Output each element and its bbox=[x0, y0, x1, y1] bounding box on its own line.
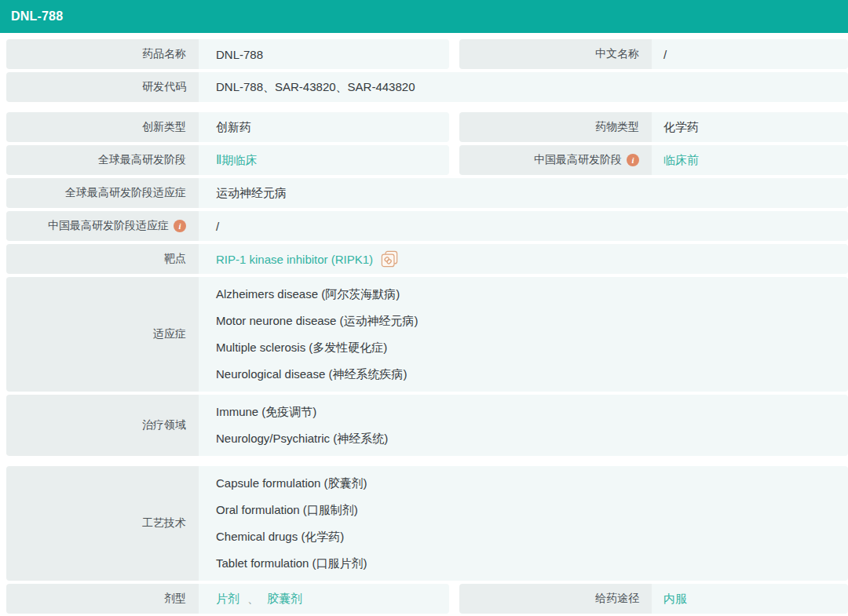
row-indications: 适应症 Alzheimers disease (阿尔茨海默病) Motor ne… bbox=[6, 277, 848, 392]
chinese-name-label: 中文名称 bbox=[459, 39, 652, 69]
dosage-form-value: 片剂 、 胶囊剂 bbox=[199, 584, 449, 614]
row-global-stage-indication: 全球最高研发阶段适应症 运动神经元病 bbox=[6, 178, 848, 208]
target-link[interactable]: RIP-1 kinase inhibitor (RIPK1) bbox=[216, 253, 373, 266]
global-stage-label: 全球最高研发阶段 bbox=[6, 145, 199, 175]
info-icon[interactable]: i bbox=[174, 220, 186, 232]
info-icon[interactable]: i bbox=[627, 154, 639, 166]
process-technology-item: Oral formulation (口服制剂) bbox=[216, 497, 358, 523]
global-stage-link[interactable]: Ⅱ期临床 bbox=[216, 153, 257, 168]
section-formulation: 工艺技术 Capsule formulation (胶囊剂) Oral form… bbox=[6, 466, 848, 614]
route-link[interactable]: 内服 bbox=[663, 592, 687, 607]
row-drug-name: 药品名称 DNL-788 中文名称 / bbox=[6, 39, 848, 69]
drug-name-value: DNL-788 bbox=[199, 39, 449, 69]
global-stage-value: Ⅱ期临床 bbox=[199, 145, 449, 175]
dosage-form-label: 剂型 bbox=[6, 584, 199, 614]
therapeutic-areas-value: Immune (免疫调节) Neurology/Psychiatric (神经系… bbox=[199, 395, 848, 456]
global-stage-indication-value: 运动神经元病 bbox=[199, 178, 848, 208]
global-stage-indication-label: 全球最高研发阶段适应症 bbox=[6, 178, 199, 208]
indication-item: Neurological disease (神经系统疾病) bbox=[216, 361, 407, 388]
page-title: DNL-788 bbox=[11, 9, 63, 24]
section-names: 药品名称 DNL-788 中文名称 / 研发代码 DNL-788、SAR-438… bbox=[6, 39, 848, 102]
row-stages: 全球最高研发阶段 Ⅱ期临床 中国最高研发阶段 i 临床前 bbox=[6, 145, 848, 175]
indication-item: Motor neurone disease (运动神经元病) bbox=[216, 308, 419, 334]
target-value: RIP-1 kinase inhibitor (RIPK1) bbox=[199, 244, 848, 274]
process-technology-item: Capsule formulation (胶囊剂) bbox=[216, 470, 367, 497]
route-value: 内服 bbox=[652, 584, 848, 614]
indications-value: Alzheimers disease (阿尔茨海默病) Motor neuron… bbox=[199, 277, 848, 392]
china-stage-link[interactable]: 临床前 bbox=[663, 153, 699, 168]
dosage-form-separator: 、 bbox=[247, 592, 259, 607]
route-label: 给药途径 bbox=[459, 584, 652, 614]
therapeutic-area-item: Immune (免疫调节) bbox=[216, 399, 316, 425]
chinese-name-value: / bbox=[652, 39, 848, 69]
indications-label: 适应症 bbox=[6, 277, 199, 392]
process-technology-item: Tablet formulation (口服片剂) bbox=[216, 550, 367, 577]
row-therapeutic-areas: 治疗领域 Immune (免疫调节) Neurology/Psychiatric… bbox=[6, 395, 848, 456]
target-external-link-icon[interactable] bbox=[381, 250, 398, 268]
innovation-type-label: 创新类型 bbox=[6, 112, 199, 142]
indication-item: Multiple sclerosis (多发性硬化症) bbox=[216, 334, 387, 361]
process-technology-item: Chemical drugs (化学药) bbox=[216, 523, 344, 550]
china-stage-value: 临床前 bbox=[652, 145, 848, 175]
dosage-form-link[interactable]: 胶囊剂 bbox=[267, 592, 302, 607]
drug-detail-panel: 药品名称 DNL-788 中文名称 / 研发代码 DNL-788、SAR-438… bbox=[0, 33, 848, 614]
china-stage-indication-label: 中国最高研发阶段适应症 i bbox=[6, 211, 199, 241]
section-classification: 创新类型 创新药 药物类型 化学药 全球最高研发阶段 Ⅱ期临床 中国最高研发阶段… bbox=[6, 112, 848, 456]
process-technology-value: Capsule formulation (胶囊剂) Oral formulati… bbox=[199, 466, 848, 581]
page-header: DNL-788 bbox=[0, 0, 848, 33]
china-stage-indication-value: / bbox=[199, 211, 848, 241]
process-technology-label: 工艺技术 bbox=[6, 466, 199, 581]
drug-type-value: 化学药 bbox=[652, 112, 848, 142]
drug-name-label: 药品名称 bbox=[6, 39, 199, 69]
china-stage-label: 中国最高研发阶段 i bbox=[459, 145, 652, 175]
rd-code-value: DNL-788、SAR-43820、SAR-443820 bbox=[199, 72, 848, 102]
innovation-type-value: 创新药 bbox=[199, 112, 449, 142]
row-rd-code: 研发代码 DNL-788、SAR-43820、SAR-443820 bbox=[6, 72, 848, 102]
row-process-technology: 工艺技术 Capsule formulation (胶囊剂) Oral form… bbox=[6, 466, 848, 581]
therapeutic-areas-label: 治疗领域 bbox=[6, 395, 199, 456]
therapeutic-area-item: Neurology/Psychiatric (神经系统) bbox=[216, 425, 388, 452]
drug-type-label: 药物类型 bbox=[459, 112, 652, 142]
row-types: 创新类型 创新药 药物类型 化学药 bbox=[6, 112, 848, 142]
dosage-form-link[interactable]: 片剂 bbox=[216, 592, 239, 607]
indication-item: Alzheimers disease (阿尔茨海默病) bbox=[216, 281, 400, 308]
row-china-stage-indication: 中国最高研发阶段适应症 i / bbox=[6, 211, 848, 241]
row-target: 靶点 RIP-1 kinase inhibitor (RIPK1) bbox=[6, 244, 848, 274]
row-dosage-route: 剂型 片剂 、 胶囊剂 给药途径 内服 bbox=[6, 584, 848, 614]
rd-code-label: 研发代码 bbox=[6, 72, 199, 102]
target-label: 靶点 bbox=[6, 244, 199, 274]
